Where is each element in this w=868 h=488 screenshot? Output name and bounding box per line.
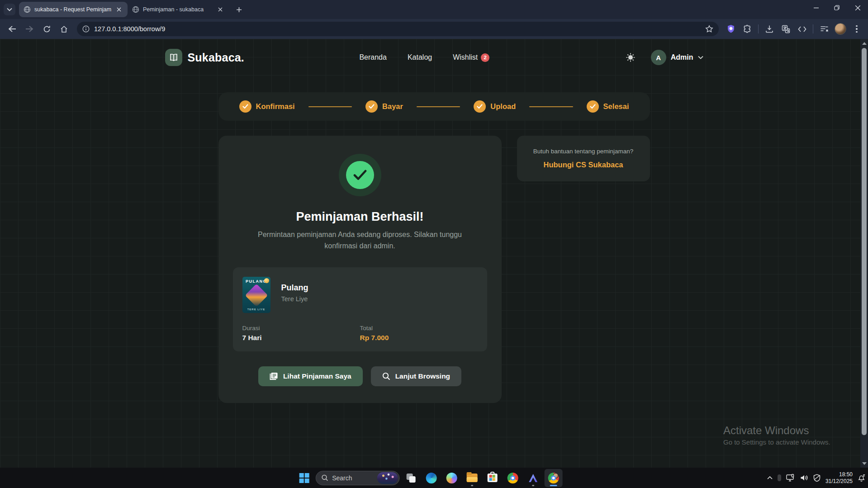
notification-bell-icon[interactable]: [858, 474, 865, 482]
contact-cs-link[interactable]: Hubungi CS Sukabaca: [526, 161, 641, 169]
theme-toggle-button[interactable]: [623, 50, 638, 65]
edge-app[interactable]: [422, 469, 440, 487]
profile-avatar[interactable]: [834, 22, 847, 36]
downloads-icon[interactable]: [763, 22, 776, 36]
tray-date: 31/12/2025: [825, 478, 853, 485]
forward-button[interactable]: [22, 21, 37, 37]
security-shield-icon[interactable]: [813, 474, 821, 482]
chrome-app[interactable]: [503, 469, 522, 487]
step-check-icon: [474, 100, 486, 113]
url-text[interactable]: 127.0.0.1:8000/borrow/9: [94, 25, 701, 33]
plus-icon: [236, 7, 242, 13]
book-title: Pulang: [281, 283, 308, 293]
monitor-icon[interactable]: [786, 474, 795, 482]
page-title: Peminjaman Berhasil!: [233, 210, 487, 224]
task-view-icon: [406, 474, 415, 483]
view-loans-button[interactable]: Lihat Pinjaman Saya: [258, 366, 363, 386]
step-selesai: Selesai: [587, 100, 629, 113]
task-view-button[interactable]: [402, 469, 420, 487]
restore-button[interactable]: [826, 0, 847, 15]
help-card: Butuh bantuan tentang peminjaman? Hubung…: [517, 136, 650, 181]
browser-tab-inactive[interactable]: Peminjaman - sukabaca: [128, 2, 229, 17]
system-tray: 18:50 31/12/2025: [767, 468, 865, 488]
translate-icon[interactable]: [779, 22, 792, 36]
toolbar-divider: [813, 24, 813, 33]
main-area: Peminjaman Berhasil! Permintaan peminjam…: [218, 136, 650, 403]
tab-close-icon[interactable]: [216, 5, 224, 14]
windows-taskbar: Search 18:50 31/12/2025: [0, 468, 868, 488]
scrollbar-thumb[interactable]: [862, 48, 867, 435]
new-tab-button[interactable]: [232, 3, 245, 16]
copilot-app[interactable]: [442, 469, 460, 487]
globe-favicon: [24, 6, 31, 13]
user-menu[interactable]: A Admin: [651, 50, 703, 65]
action-buttons: Lihat Pinjaman Saya Lanjut Browsing: [233, 366, 487, 386]
arc-app[interactable]: [524, 469, 542, 487]
chrome-icon: [548, 473, 559, 483]
screen: sukabaca - Request Peminjaman Peminjaman…: [0, 0, 868, 488]
adblock-shield-icon[interactable]: [724, 22, 738, 36]
tray-chevron-up-icon[interactable]: [767, 476, 773, 479]
file-explorer-app[interactable]: [463, 469, 481, 487]
chevron-down-icon: [698, 56, 703, 59]
search-daily-image[interactable]: [377, 472, 398, 484]
copilot-icon: [446, 473, 457, 483]
book-list-icon: [270, 372, 278, 380]
user-avatar: A: [651, 50, 666, 65]
success-halo: [339, 154, 381, 196]
back-button[interactable]: [5, 21, 20, 37]
cover-badge-icon: [264, 278, 269, 283]
duration-field: Durasi 7 Hari: [242, 325, 360, 342]
active-indicator: [550, 485, 557, 486]
browser-chrome: sukabaca - Request Peminjaman Peminjaman…: [0, 0, 868, 39]
extensions-puzzle-icon[interactable]: [740, 22, 754, 36]
tab-search-button[interactable]: [4, 4, 15, 15]
home-button[interactable]: [56, 21, 71, 37]
reading-list-icon[interactable]: [817, 22, 831, 36]
search-icon: [382, 372, 390, 380]
sun-icon: [626, 52, 636, 62]
menu-kebab-icon[interactable]: [850, 22, 863, 36]
nav-katalog[interactable]: Katalog: [408, 53, 432, 62]
volume-icon[interactable]: [800, 474, 808, 481]
window-controls: [806, 0, 868, 15]
start-button[interactable]: [295, 469, 313, 487]
book-meta: Pulang Tere Liye: [281, 277, 308, 313]
site-info-icon[interactable]: [82, 25, 90, 33]
continue-browsing-button[interactable]: Lanjut Browsing: [371, 366, 461, 386]
dev-code-icon[interactable]: [795, 22, 809, 36]
scroll-down-button[interactable]: [860, 460, 868, 467]
clock[interactable]: 18:50 31/12/2025: [825, 471, 853, 485]
taskbar-apps: Search: [295, 468, 562, 488]
toolbar-right-icons: [724, 22, 863, 36]
peripheral-icon[interactable]: [778, 474, 781, 481]
step-connector: [417, 106, 460, 107]
step-upload: Upload: [474, 100, 516, 113]
minimize-button[interactable]: [806, 0, 826, 15]
tab-close-icon[interactable]: [115, 5, 123, 14]
tray-time: 18:50: [839, 471, 853, 478]
site-header: Sukabaca. Beranda Katalog Wishlist 2 A A…: [165, 39, 703, 76]
page-scrollbar[interactable]: [860, 39, 868, 468]
reload-button[interactable]: [39, 21, 54, 37]
close-window-button[interactable]: [847, 0, 868, 15]
bookmark-star-icon[interactable]: [705, 25, 713, 33]
taskbar-search[interactable]: Search: [315, 471, 399, 485]
profile-photo: [835, 23, 846, 35]
folder-icon: [466, 474, 477, 482]
browser-tab-active[interactable]: sukabaca - Request Peminjaman: [19, 2, 128, 17]
running-indicator: [532, 485, 534, 486]
total-field: Total Rp 7.000: [360, 325, 478, 342]
nav-beranda[interactable]: Beranda: [359, 53, 387, 62]
step-konfirmasi: Konfirmasi: [239, 100, 295, 113]
borrowed-book-item: PULANG TERE LIYE Pulang Tere Liye Durasi: [233, 267, 487, 351]
nav-wishlist[interactable]: Wishlist 2: [453, 53, 489, 62]
step-check-icon: [365, 100, 378, 113]
web-page: Sukabaca. Beranda Katalog Wishlist 2 A A…: [0, 39, 868, 468]
address-bar[interactable]: 127.0.0.1:8000/borrow/9: [77, 22, 719, 36]
scroll-up-button[interactable]: [860, 39, 868, 47]
header-right: A Admin: [623, 50, 703, 65]
store-app[interactable]: [483, 469, 501, 487]
book-logo-icon: [165, 49, 182, 66]
chrome-active-app[interactable]: [544, 469, 562, 487]
